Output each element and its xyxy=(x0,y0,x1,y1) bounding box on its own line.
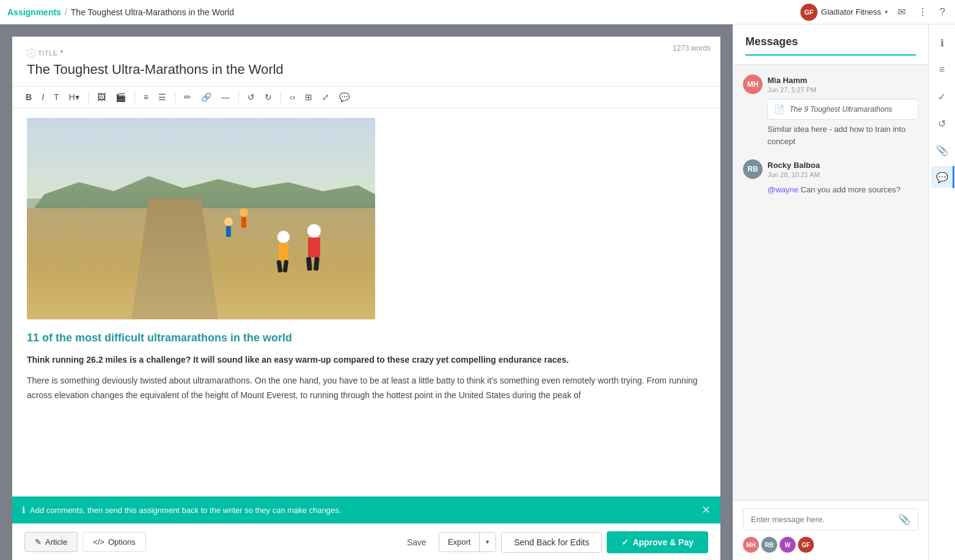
title-required-indicator: * xyxy=(60,49,63,57)
info-icon-button[interactable]: ℹ xyxy=(931,32,953,54)
toolbar-separator-4 xyxy=(238,92,239,103)
footer-avatar-4: GF xyxy=(798,537,814,553)
comment-button[interactable]: 💬 xyxy=(335,90,353,104)
link-button[interactable]: 🔗 xyxy=(197,90,215,104)
content-heading: 11 of the most difficult ultramarathons … xyxy=(27,332,706,344)
svg-rect-10 xyxy=(306,256,312,271)
fullscreen-button[interactable]: ⤢ xyxy=(318,90,333,104)
message-meta-1: Mia Hamm Jun 27, 5:27 PM xyxy=(767,76,816,93)
svg-rect-11 xyxy=(313,256,320,271)
user-menu[interactable]: GF Gladiator Fitness ▾ xyxy=(800,4,888,21)
message-text-2: @wayne Can you add more sources? xyxy=(767,184,918,196)
code-button[interactable]: ‹› xyxy=(286,90,299,104)
icon-bar: ℹ ≡ ✓ ↺ 📎 💬 xyxy=(928,24,955,560)
highlight-button[interactable]: ✏ xyxy=(180,90,195,104)
svg-rect-1 xyxy=(226,226,231,237)
export-dropdown-button[interactable]: ▾ xyxy=(480,533,496,551)
save-button[interactable]: Save xyxy=(400,533,434,552)
toolbar-separator-3 xyxy=(175,92,175,103)
messages-panel: Messages MH Mia Hamm Jun 27, 5:27 PM 📄 T… xyxy=(733,24,928,560)
ordered-list-button[interactable]: ≡ xyxy=(140,90,152,104)
message-sender-2: Rocky Balboa xyxy=(767,161,820,170)
message-avatar-2: RB xyxy=(743,159,763,179)
article-title[interactable]: The Toughest Ultra-Marathons in the Worl… xyxy=(27,61,706,79)
user-name: Gladiator Fitness xyxy=(821,7,881,16)
history-icon-button[interactable]: ↺ xyxy=(931,112,953,134)
svg-rect-5 xyxy=(279,243,288,260)
messages-body[interactable]: MH Mia Hamm Jun 27, 5:27 PM 📄 The 9 Toug… xyxy=(733,65,928,500)
message-attach-icon[interactable]: 📎 xyxy=(898,514,910,525)
options-tab-button[interactable]: </> Options xyxy=(82,532,146,552)
horizontal-rule-button[interactable]: — xyxy=(218,90,233,104)
content-image-container xyxy=(27,118,706,319)
action-bar: ✎ Article </> Options Save Export ▾ Send… xyxy=(12,523,720,560)
message-input-row: 📎 xyxy=(743,508,918,531)
message-item-2: RB Rocky Balboa Jun 28, 10:21 AM @wayne … xyxy=(743,159,918,196)
editor-toolbar: B I T H▾ 🖼 🎬 ≡ ☰ ✏ 🔗 — ↺ ↻ ‹› ⊞ xyxy=(12,86,720,108)
notification-text: Add comments, then send this assignment … xyxy=(30,506,341,515)
chat-icon-button[interactable]: 💬 xyxy=(931,166,953,188)
message-sender-1: Mia Hamm xyxy=(767,76,816,85)
svg-rect-3 xyxy=(241,217,246,228)
notifications-button[interactable]: ✉ xyxy=(895,4,908,20)
send-back-button[interactable]: Send Back for Edits xyxy=(501,532,602,553)
options-tab-label: Options xyxy=(108,537,136,547)
user-avatar: GF xyxy=(800,4,818,21)
user-dropdown-arrow: ▾ xyxy=(885,9,888,15)
messages-footer: 📎 MH RB W GF xyxy=(733,500,928,560)
svg-point-2 xyxy=(240,208,248,217)
table-button[interactable]: ⊞ xyxy=(301,90,316,104)
check-icon-button[interactable]: ✓ xyxy=(931,85,953,107)
redo-button[interactable]: ↻ xyxy=(261,90,276,104)
runners-svg xyxy=(27,118,375,319)
title-circle-icon: ○ xyxy=(27,49,35,57)
help-button[interactable]: ? xyxy=(937,4,948,20)
toolbar-separator-1 xyxy=(88,92,89,103)
breadcrumb-separator: / xyxy=(65,7,67,17)
bold-button[interactable]: B xyxy=(22,90,35,104)
messages-title: Messages xyxy=(745,35,916,48)
message-input[interactable] xyxy=(751,515,898,524)
editor-content[interactable]: 11 of the most difficult ultramarathons … xyxy=(12,108,720,496)
mention-tag[interactable]: @wayne xyxy=(767,185,799,194)
more-options-button[interactable]: ⋮ xyxy=(915,4,930,20)
toolbar-separator-2 xyxy=(134,92,135,103)
export-button[interactable]: Export xyxy=(439,533,480,551)
undo-button[interactable]: ↺ xyxy=(244,90,258,104)
text-button[interactable]: T xyxy=(50,90,63,104)
list-icon-button[interactable]: ≡ xyxy=(931,59,953,81)
checkmark-icon: ✓ xyxy=(621,537,629,547)
content-paragraph: There is something deviously twisted abo… xyxy=(27,374,706,403)
attachment-name-1: The 9 Toughest Ultramarathons xyxy=(789,105,892,114)
toolbar-separator-5 xyxy=(280,92,281,103)
article-tab-button[interactable]: ✎ Article xyxy=(24,532,78,552)
messages-divider xyxy=(745,54,916,56)
message-body-text-2: Can you add more sources? xyxy=(799,185,901,194)
message-item: MH Mia Hamm Jun 27, 5:27 PM 📄 The 9 Toug… xyxy=(743,75,918,147)
breadcrumb: Assignments / The Toughest Ultra-Maratho… xyxy=(7,7,234,17)
clip-icon-button[interactable]: 📎 xyxy=(931,139,953,161)
approve-pay-button[interactable]: ✓ Approve & Pay xyxy=(607,531,708,553)
title-section: ○ TITLE * The Toughest Ultra-Marathons i… xyxy=(12,37,720,86)
unordered-list-button[interactable]: ☰ xyxy=(155,90,170,104)
footer-avatar-3: W xyxy=(780,537,796,553)
approve-btn-label: Approve & Pay xyxy=(632,537,693,547)
footer-avatars: MH RB W GF xyxy=(743,537,918,553)
message-time-2: Jun 28, 10:21 AM xyxy=(767,171,820,178)
message-header-1: MH Mia Hamm Jun 27, 5:27 PM xyxy=(743,75,918,94)
notification-bar: ℹ Add comments, then send this assignmen… xyxy=(12,496,720,523)
italic-button[interactable]: I xyxy=(38,90,48,104)
code-icon: </> xyxy=(93,537,104,547)
notification-icon: ℹ xyxy=(22,505,25,515)
image-button[interactable]: 🖼 xyxy=(93,90,109,104)
footer-avatar-2: RB xyxy=(761,537,777,553)
messages-header: Messages xyxy=(733,24,928,65)
notification-close-button[interactable]: ✕ xyxy=(701,503,711,517)
message-attachment-1[interactable]: 📄 The 9 Toughest Ultramarathons xyxy=(767,99,918,120)
message-meta-2: Rocky Balboa Jun 28, 10:21 AM xyxy=(767,161,820,178)
video-button[interactable]: 🎬 xyxy=(112,90,130,104)
image-scene xyxy=(27,118,375,319)
heading-button[interactable]: H▾ xyxy=(65,90,83,104)
breadcrumb-assignments-link[interactable]: Assignments xyxy=(7,7,61,17)
export-button-group: Export ▾ xyxy=(439,532,497,552)
